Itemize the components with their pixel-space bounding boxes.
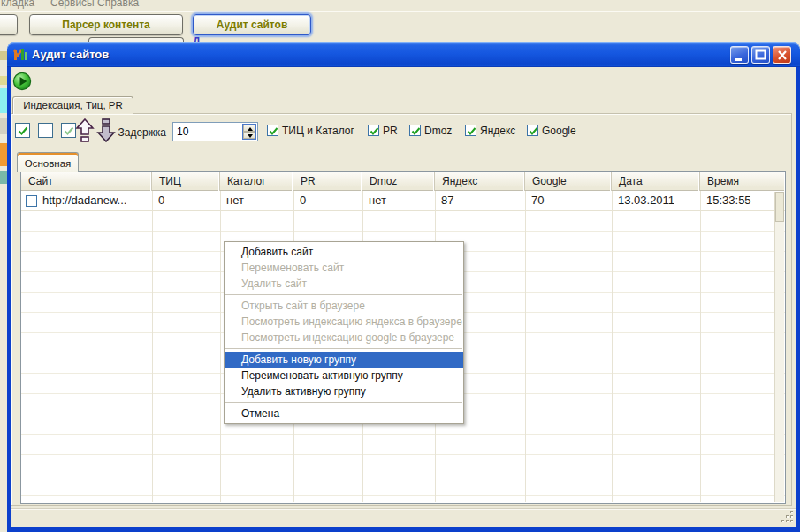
grid-line bbox=[220, 191, 221, 502]
table-header: Сайт ТИЦ Каталог PR Dmoz Яндекс Google Д… bbox=[21, 172, 785, 191]
column-header-date[interactable]: Дата bbox=[612, 172, 700, 191]
cell-pr: 0 bbox=[300, 191, 361, 210]
column-header-time[interactable]: Время bbox=[700, 172, 785, 191]
cell-catalog: нет bbox=[226, 191, 292, 210]
column-header-site[interactable]: Сайт bbox=[21, 172, 152, 191]
checkbox-label: Dmoz bbox=[424, 125, 452, 137]
grid-line bbox=[612, 191, 613, 502]
column-header-catalog[interactable]: Каталог bbox=[220, 172, 293, 191]
checkbox-box bbox=[368, 125, 379, 136]
menu-item-delete-site: Удалить сайт bbox=[225, 276, 463, 292]
move-up-button[interactable] bbox=[75, 118, 95, 142]
checkbox-box bbox=[465, 125, 476, 136]
invert-selection-button[interactable] bbox=[61, 123, 76, 138]
checkbox-box bbox=[409, 125, 421, 136]
uncheck-all-button[interactable] bbox=[38, 123, 53, 138]
checkbox-label: Google bbox=[542, 125, 576, 137]
cell-time: 15:33:55 bbox=[706, 191, 785, 210]
cell-dmoz: нет bbox=[369, 191, 433, 210]
delay-input[interactable] bbox=[173, 123, 240, 141]
maximize-button[interactable] bbox=[751, 46, 770, 64]
triangle-down-icon bbox=[248, 134, 253, 138]
check-icon bbox=[411, 127, 421, 136]
menubar-item[interactable]: Справка bbox=[97, 0, 139, 9]
checkbox-box bbox=[267, 125, 278, 136]
close-icon bbox=[773, 47, 792, 65]
titlebar[interactable]: Аудит сайтов bbox=[7, 42, 800, 67]
grid-line bbox=[525, 191, 526, 502]
background-fragment bbox=[0, 118, 7, 134]
spin-down-button[interactable] bbox=[243, 132, 255, 139]
checkbox-label: PR bbox=[383, 125, 398, 137]
table-row[interactable]: http://dadanew... 0 нет 0 нет 87 70 13.0… bbox=[21, 191, 785, 211]
cell-date: 13.03.2011 bbox=[618, 191, 698, 210]
cell-tic: 0 bbox=[158, 191, 218, 210]
menu-item-rename-active-group[interactable]: Переименовать активную группу bbox=[225, 368, 463, 384]
spin-up-button[interactable] bbox=[243, 125, 255, 132]
status-bar bbox=[11, 509, 796, 526]
menubar-item[interactable]: кладка bbox=[1, 0, 34, 9]
check-icon bbox=[370, 127, 379, 136]
window-title: Аудит сайтов bbox=[32, 48, 109, 61]
column-header-tic[interactable]: ТИЦ bbox=[152, 172, 220, 191]
background-partial-button[interactable] bbox=[0, 14, 18, 35]
menu-item-add-new-group[interactable]: Добавить новую группу bbox=[225, 352, 463, 368]
context-menu: Добавить сайт Переименовать сайт Удалить… bbox=[224, 241, 464, 424]
vertical-scrollbar[interactable] bbox=[774, 192, 784, 502]
column-header-yandex[interactable]: Яндекс bbox=[435, 172, 525, 191]
app-icon bbox=[13, 48, 27, 62]
minimize-icon bbox=[731, 47, 750, 65]
checkbox-label: ТИЦ и Каталог bbox=[282, 125, 354, 137]
menubar-item[interactable]: Сервисы bbox=[50, 0, 95, 9]
column-header-google[interactable]: Google bbox=[525, 172, 612, 191]
menu-item-delete-active-group[interactable]: Удалить активную группу bbox=[225, 384, 463, 399]
tab-indexation[interactable]: Индексация, Тиц, PR bbox=[12, 96, 133, 114]
maximize-icon bbox=[752, 47, 771, 65]
tab-osnovnaya[interactable]: Основная bbox=[17, 152, 79, 172]
grid-line bbox=[152, 191, 153, 502]
scrollbar-thumb[interactable] bbox=[775, 192, 784, 222]
start-audit-play-button[interactable] bbox=[12, 72, 32, 91]
background-fragment bbox=[0, 143, 7, 166]
window-border bbox=[796, 67, 800, 532]
background-fragment bbox=[0, 88, 7, 113]
background-fragment bbox=[0, 51, 7, 60]
check-icon bbox=[467, 127, 476, 136]
grid-line bbox=[700, 191, 701, 502]
cell-google: 70 bbox=[531, 191, 610, 210]
check-all-button[interactable] bbox=[15, 123, 30, 138]
checkbox-label: Яндекс bbox=[480, 125, 515, 137]
spin-buttons bbox=[242, 124, 256, 140]
menu-item-view-yandex-indexation: Посмотреть индексацию яндекса в браузере bbox=[225, 314, 463, 330]
resize-grip[interactable] bbox=[781, 510, 794, 523]
cell-site: http://dadanew... bbox=[42, 191, 150, 210]
menu-item-add-site[interactable]: Добавить сайт bbox=[225, 244, 463, 260]
menu-item-view-google-indexation: Посмотреть индексацию google в браузере bbox=[225, 330, 463, 346]
checkbox-box bbox=[527, 125, 538, 136]
check-icon bbox=[269, 127, 278, 136]
background-fragment bbox=[0, 171, 7, 184]
menu-item-rename-site: Переименовать сайт bbox=[225, 260, 463, 276]
menu-separator bbox=[225, 294, 462, 295]
background-menubar: кладка Сервисы Справка bbox=[0, 0, 800, 11]
delay-spinner bbox=[172, 122, 258, 141]
delay-label: Задержка bbox=[111, 126, 166, 139]
menu-item-open-site-browser: Открыть сайт в браузере bbox=[225, 298, 463, 314]
audit-saitov-button[interactable]: Аудит сайтов bbox=[193, 14, 311, 35]
row-checkbox[interactable] bbox=[26, 195, 37, 207]
column-header-pr[interactable]: PR bbox=[293, 172, 362, 191]
menubar-divider bbox=[0, 11, 800, 12]
menu-item-cancel[interactable]: Отмена bbox=[225, 406, 463, 422]
column-header-dmoz[interactable]: Dmoz bbox=[362, 172, 435, 191]
close-button[interactable] bbox=[773, 46, 791, 64]
check-icon bbox=[18, 126, 28, 136]
background-fragment bbox=[0, 76, 7, 85]
check-light-icon bbox=[64, 126, 74, 136]
cell-yandex: 87 bbox=[441, 191, 523, 210]
menu-separator bbox=[225, 348, 462, 349]
triangle-up-icon bbox=[248, 127, 253, 131]
minimize-button[interactable] bbox=[730, 46, 749, 64]
parser-kontenta-button[interactable]: Парсер контента bbox=[29, 14, 183, 35]
window-border bbox=[7, 527, 800, 532]
menu-separator bbox=[225, 402, 462, 403]
